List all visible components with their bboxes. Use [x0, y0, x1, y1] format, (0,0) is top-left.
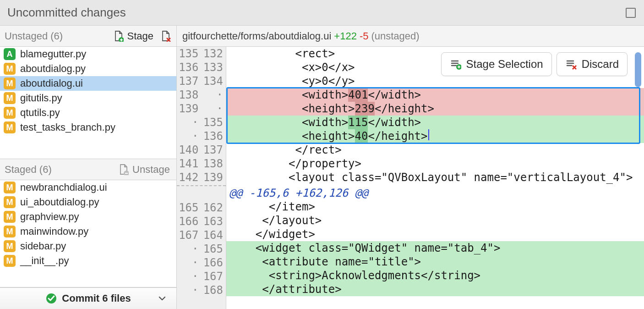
diff-deletions: -5 — [360, 30, 369, 42]
list-stage-icon — [450, 58, 462, 70]
staged-title: Staged (6) — [5, 164, 111, 176]
file-name: aboutdialog.py — [20, 63, 86, 75]
file-stage-icon — [113, 30, 125, 42]
file-name: ui_aboutdialog.py — [20, 196, 99, 208]
status-badge: M — [4, 107, 16, 119]
diff-line[interactable]: <y>0</y> — [226, 74, 644, 88]
file-row[interactable]: M__init__.py — [0, 254, 176, 268]
status-badge: M — [4, 121, 16, 133]
file-row[interactable]: Mgraphview.py — [0, 210, 176, 224]
file-row[interactable]: Maboutdialog.py — [0, 61, 176, 76]
unstage-button[interactable]: Unstage — [116, 163, 172, 177]
diff-line[interactable]: <width>401</width> — [226, 88, 644, 102]
file-name: aboutdialog.ui — [20, 77, 83, 89]
file-name: blamegutter.py — [20, 48, 86, 60]
discard-selection-button[interactable]: Discard — [557, 52, 628, 76]
unstaged-file-list: Ablamegutter.pyMaboutdialog.pyMaboutdial… — [0, 47, 176, 159]
diff-line[interactable]: <height>239</height> — [226, 102, 644, 116]
window-header: Uncommitted changes — [0, 0, 644, 26]
status-badge: M — [4, 240, 16, 252]
diff-line[interactable]: </item> — [226, 200, 644, 214]
diff-line[interactable]: </rect> — [226, 143, 644, 157]
file-row[interactable]: Mqtutils.py — [0, 105, 176, 120]
file-row[interactable]: Msidebar.py — [0, 239, 176, 254]
staged-file-list: Mnewbranchdialog.uiMui_aboutdialog.pyMgr… — [0, 180, 176, 287]
status-badge: M — [4, 255, 16, 267]
diff-code[interactable]: <rect> <x>0</x> <y>0</y> <width>401</wid… — [226, 47, 644, 309]
discard-selection-label: Discard — [582, 58, 619, 71]
diff-state: (unstaged) — [371, 30, 419, 42]
vertical-scrollbar[interactable] — [635, 52, 641, 87]
file-name: __init__.py — [20, 255, 69, 267]
file-name: mainwindow.py — [20, 226, 88, 237]
diff-line[interactable]: <widget class="QWidget" name="tab_4"> — [226, 241, 644, 255]
diff-line[interactable]: <layout class="QVBoxLayout" name="vertic… — [226, 171, 644, 184]
header-title: Uncommitted changes — [7, 6, 126, 20]
diff-file-path: gitfourchette/forms/aboutdialog.ui — [182, 30, 331, 42]
chevron-down-icon[interactable] — [156, 292, 168, 304]
status-badge: M — [4, 63, 16, 75]
diff-line[interactable]: </widget> — [226, 227, 644, 241]
stage-button-label: Stage — [127, 30, 154, 42]
stage-button[interactable]: Stage — [111, 29, 156, 43]
file-row[interactable]: Mtest_tasks_branch.py — [0, 120, 176, 135]
discard-file-icon[interactable] — [160, 30, 172, 42]
file-name: test_tasks_branch.py — [20, 121, 115, 133]
file-unstage-icon — [118, 164, 130, 176]
sidebar: Unstaged (6) Stage Ablamegutter.pyMabout… — [0, 26, 177, 309]
stage-selection-label: Stage Selection — [466, 58, 543, 71]
unstage-button-label: Unstage — [132, 164, 170, 176]
diff-line[interactable]: <height>40</height> — [226, 129, 644, 143]
status-badge: M — [4, 196, 16, 208]
file-row[interactable]: Mui_aboutdialog.py — [0, 195, 176, 210]
diff-line[interactable]: </layout> — [226, 214, 644, 227]
status-badge: M — [4, 77, 16, 89]
stage-selection-button[interactable]: Stage Selection — [441, 52, 552, 76]
diff-line[interactable]: <attribute name="title"> — [226, 255, 644, 269]
file-row[interactable]: Mmainwindow.py — [0, 224, 176, 239]
status-badge: A — [4, 48, 16, 60]
commit-button-label: Commit 6 files — [62, 292, 131, 304]
file-name: gitutils.py — [20, 92, 62, 104]
status-badge: M — [4, 92, 16, 104]
file-name: sidebar.py — [20, 240, 66, 252]
maximize-icon[interactable] — [625, 7, 637, 19]
file-row[interactable]: Maboutdialog.ui — [0, 76, 176, 91]
diff-line[interactable]: @@ -165,6 +162,126 @@ — [226, 186, 644, 200]
line-number-gutter: 135132136133137134138·139··135·136140137… — [177, 47, 226, 309]
diff-area: gitfourchette/forms/aboutdialog.ui +122 … — [177, 26, 644, 309]
file-name: graphview.py — [20, 211, 79, 223]
diff-line[interactable]: <width>115</width> — [226, 116, 644, 129]
file-name: newbranchdialog.ui — [20, 182, 107, 193]
staged-header: Staged (6) Unstage — [0, 159, 176, 180]
status-badge: M — [4, 182, 16, 193]
diff-line[interactable]: </property> — [226, 157, 644, 171]
diff-header: gitfourchette/forms/aboutdialog.ui +122 … — [177, 26, 644, 47]
list-discard-icon — [565, 58, 577, 70]
unstaged-header: Unstaged (6) Stage — [0, 26, 176, 47]
diff-floating-actions: Stage Selection Discard — [441, 52, 628, 76]
file-row[interactable]: Mnewbranchdialog.ui — [0, 180, 176, 195]
status-badge: M — [4, 211, 16, 223]
file-row[interactable]: Mgitutils.py — [0, 91, 176, 105]
check-circle-icon — [45, 292, 57, 304]
file-row[interactable]: Ablamegutter.py — [0, 47, 176, 61]
file-name: qtutils.py — [20, 107, 60, 119]
commit-button[interactable]: Commit 6 files — [0, 287, 176, 309]
unstaged-title: Unstaged (6) — [5, 30, 106, 42]
diff-additions: +122 — [334, 30, 357, 42]
status-badge: M — [4, 226, 16, 237]
diff-line[interactable]: </attribute> — [226, 282, 644, 296]
diff-line[interactable]: <string>Acknowledgments</string> — [226, 269, 644, 282]
